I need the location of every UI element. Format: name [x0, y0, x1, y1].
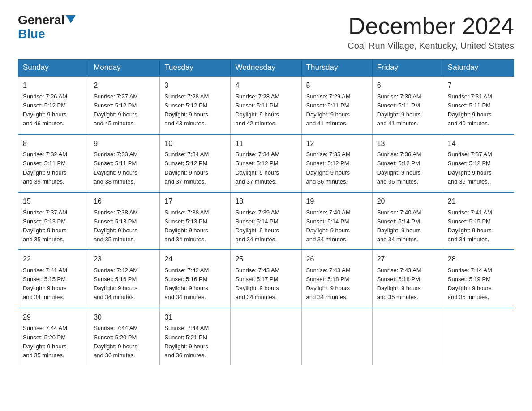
day-number: 31: [164, 312, 226, 323]
day-info: Sunrise: 7:26 AMSunset: 5:12 PMDaylight:…: [23, 92, 84, 128]
calendar-cell: 8Sunrise: 7:32 AMSunset: 5:11 PMDaylight…: [18, 134, 89, 192]
day-number: 20: [377, 196, 438, 207]
day-info: Sunrise: 7:33 AMSunset: 5:11 PMDaylight:…: [94, 150, 155, 186]
day-info: Sunrise: 7:43 AMSunset: 5:18 PMDaylight:…: [377, 266, 438, 302]
day-number: 10: [164, 138, 226, 150]
day-info: Sunrise: 7:34 AMSunset: 5:12 PMDaylight:…: [235, 150, 296, 186]
day-number: 25: [235, 254, 296, 265]
logo-blue-text: Blue: [18, 27, 45, 41]
title-block: December 2024 Coal Run Village, Kentucky…: [348, 13, 514, 51]
day-info: Sunrise: 7:29 AMSunset: 5:11 PMDaylight:…: [306, 92, 368, 128]
day-number: 11: [235, 138, 296, 150]
calendar-cell: 23Sunrise: 7:42 AMSunset: 5:16 PMDayligh…: [89, 250, 160, 308]
day-info: Sunrise: 7:39 AMSunset: 5:14 PMDaylight:…: [235, 208, 296, 244]
calendar-cell: 26Sunrise: 7:43 AMSunset: 5:18 PMDayligh…: [301, 250, 372, 308]
calendar-cell: 6Sunrise: 7:30 AMSunset: 5:11 PMDaylight…: [372, 76, 443, 134]
day-info: Sunrise: 7:28 AMSunset: 5:12 PMDaylight:…: [164, 92, 226, 128]
weekday-header-wednesday: Wednesday: [231, 60, 301, 77]
calendar-cell: 12Sunrise: 7:35 AMSunset: 5:12 PMDayligh…: [301, 134, 372, 192]
day-number: 17: [164, 196, 226, 207]
day-number: 22: [23, 254, 84, 265]
day-number: 3: [164, 80, 226, 91]
calendar-table: SundayMondayTuesdayWednesdayThursdayFrid…: [18, 59, 514, 365]
calendar-cell: 7Sunrise: 7:31 AMSunset: 5:11 PMDaylight…: [443, 76, 514, 134]
day-info: Sunrise: 7:43 AMSunset: 5:17 PMDaylight:…: [235, 266, 296, 302]
month-title: December 2024: [348, 13, 514, 39]
day-info: Sunrise: 7:40 AMSunset: 5:14 PMDaylight:…: [306, 208, 368, 244]
weekday-header-tuesday: Tuesday: [160, 60, 231, 77]
day-number: 8: [23, 138, 84, 150]
day-number: 23: [94, 254, 155, 265]
day-info: Sunrise: 7:42 AMSunset: 5:16 PMDaylight:…: [94, 266, 155, 302]
day-number: 28: [448, 254, 509, 265]
location-title: Coal Run Village, Kentucky, United State…: [348, 41, 514, 51]
day-info: Sunrise: 7:38 AMSunset: 5:13 PMDaylight:…: [164, 208, 226, 244]
calendar-cell: 21Sunrise: 7:41 AMSunset: 5:15 PMDayligh…: [443, 192, 514, 250]
week-row-2: 8Sunrise: 7:32 AMSunset: 5:11 PMDaylight…: [18, 134, 514, 192]
logo-general-text: General: [18, 13, 64, 27]
calendar-cell: 19Sunrise: 7:40 AMSunset: 5:14 PMDayligh…: [301, 192, 372, 250]
week-row-3: 15Sunrise: 7:37 AMSunset: 5:13 PMDayligh…: [18, 192, 514, 250]
day-info: Sunrise: 7:44 AMSunset: 5:21 PMDaylight:…: [164, 324, 226, 360]
day-info: Sunrise: 7:40 AMSunset: 5:14 PMDaylight:…: [377, 208, 438, 244]
day-number: 4: [235, 80, 296, 91]
calendar-cell: 9Sunrise: 7:33 AMSunset: 5:11 PMDaylight…: [89, 134, 160, 192]
logo-arrow-icon: [66, 15, 76, 23]
day-info: Sunrise: 7:31 AMSunset: 5:11 PMDaylight:…: [448, 92, 509, 128]
weekday-header-monday: Monday: [89, 60, 160, 77]
day-number: 30: [94, 312, 155, 323]
day-info: Sunrise: 7:34 AMSunset: 5:12 PMDaylight:…: [164, 150, 226, 186]
logo: General Blue: [18, 13, 76, 41]
calendar-cell: [301, 308, 372, 365]
calendar-cell: 15Sunrise: 7:37 AMSunset: 5:13 PMDayligh…: [18, 192, 89, 250]
calendar-cell: 28Sunrise: 7:44 AMSunset: 5:19 PMDayligh…: [443, 250, 514, 308]
calendar-cell: 10Sunrise: 7:34 AMSunset: 5:12 PMDayligh…: [160, 134, 231, 192]
week-row-1: 1Sunrise: 7:26 AMSunset: 5:12 PMDaylight…: [18, 76, 514, 134]
calendar-cell: 11Sunrise: 7:34 AMSunset: 5:12 PMDayligh…: [231, 134, 301, 192]
day-number: 16: [94, 196, 155, 207]
calendar-cell: [372, 308, 443, 365]
day-info: Sunrise: 7:32 AMSunset: 5:11 PMDaylight:…: [23, 150, 84, 186]
day-number: 1: [23, 80, 84, 91]
day-info: Sunrise: 7:35 AMSunset: 5:12 PMDaylight:…: [306, 150, 368, 186]
day-info: Sunrise: 7:38 AMSunset: 5:13 PMDaylight:…: [94, 208, 155, 244]
day-info: Sunrise: 7:36 AMSunset: 5:12 PMDaylight:…: [377, 150, 438, 186]
calendar-cell: 16Sunrise: 7:38 AMSunset: 5:13 PMDayligh…: [89, 192, 160, 250]
calendar-cell: 1Sunrise: 7:26 AMSunset: 5:12 PMDaylight…: [18, 76, 89, 134]
calendar-cell: 13Sunrise: 7:36 AMSunset: 5:12 PMDayligh…: [372, 134, 443, 192]
weekday-header-friday: Friday: [372, 60, 443, 77]
calendar-cell: 18Sunrise: 7:39 AMSunset: 5:14 PMDayligh…: [231, 192, 301, 250]
calendar-cell: 4Sunrise: 7:28 AMSunset: 5:11 PMDaylight…: [231, 76, 301, 134]
day-info: Sunrise: 7:27 AMSunset: 5:12 PMDaylight:…: [94, 92, 155, 128]
day-info: Sunrise: 7:37 AMSunset: 5:13 PMDaylight:…: [23, 208, 84, 244]
day-info: Sunrise: 7:37 AMSunset: 5:12 PMDaylight:…: [448, 150, 509, 186]
weekday-header-row: SundayMondayTuesdayWednesdayThursdayFrid…: [18, 60, 514, 77]
day-number: 15: [23, 196, 84, 207]
day-info: Sunrise: 7:44 AMSunset: 5:20 PMDaylight:…: [23, 324, 84, 360]
calendar-cell: 24Sunrise: 7:42 AMSunset: 5:16 PMDayligh…: [160, 250, 231, 308]
day-info: Sunrise: 7:44 AMSunset: 5:19 PMDaylight:…: [448, 266, 509, 302]
page-header: General Blue December 2024 Coal Run Vill…: [18, 13, 514, 51]
day-number: 26: [306, 254, 368, 265]
calendar-cell: [443, 308, 514, 365]
calendar-cell: 22Sunrise: 7:41 AMSunset: 5:15 PMDayligh…: [18, 250, 89, 308]
day-number: 5: [306, 80, 368, 91]
calendar-cell: 25Sunrise: 7:43 AMSunset: 5:17 PMDayligh…: [231, 250, 301, 308]
day-number: 7: [448, 80, 509, 91]
calendar-cell: 29Sunrise: 7:44 AMSunset: 5:20 PMDayligh…: [18, 308, 89, 365]
calendar-cell: 17Sunrise: 7:38 AMSunset: 5:13 PMDayligh…: [160, 192, 231, 250]
day-number: 24: [164, 254, 226, 265]
day-info: Sunrise: 7:43 AMSunset: 5:18 PMDaylight:…: [306, 266, 368, 302]
day-number: 21: [448, 196, 509, 207]
day-number: 19: [306, 196, 368, 207]
calendar-cell: 3Sunrise: 7:28 AMSunset: 5:12 PMDaylight…: [160, 76, 231, 134]
weekday-header-sunday: Sunday: [18, 60, 89, 77]
day-number: 9: [94, 138, 155, 150]
svg-marker-0: [66, 15, 76, 23]
day-number: 29: [23, 312, 84, 323]
day-info: Sunrise: 7:42 AMSunset: 5:16 PMDaylight:…: [164, 266, 226, 302]
calendar-cell: 2Sunrise: 7:27 AMSunset: 5:12 PMDaylight…: [89, 76, 160, 134]
day-info: Sunrise: 7:41 AMSunset: 5:15 PMDaylight:…: [23, 266, 84, 302]
week-row-4: 22Sunrise: 7:41 AMSunset: 5:15 PMDayligh…: [18, 250, 514, 308]
day-info: Sunrise: 7:44 AMSunset: 5:20 PMDaylight:…: [94, 324, 155, 360]
